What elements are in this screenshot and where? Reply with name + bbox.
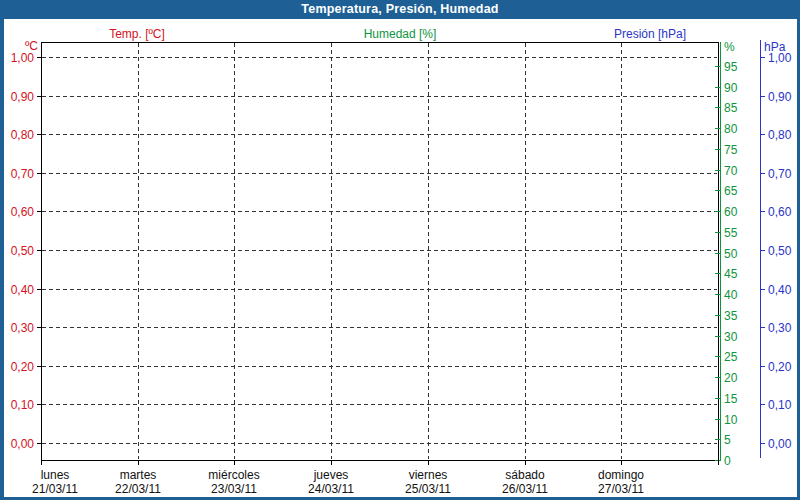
humidity-axis-tick-label: 50 [724,247,738,261]
x-axis-day-date: 21/03/11 [32,482,78,496]
humidity-axis-tick-label: 15 [724,392,738,406]
x-axis-day-name: viernes [409,468,448,482]
humidity-axis-tick-label: 25 [724,350,738,364]
pressure-axis-tick-label: 0,20 [768,360,792,374]
temp-axis-tick-label: 0,70 [11,167,35,181]
humidity-axis-tick-label: 80 [724,122,738,136]
humidity-axis-tick-label: 55 [724,226,738,240]
x-axis-day-date: 23/03/11 [211,482,257,496]
pressure-axis-tick-label: 0,00 [768,437,792,451]
x-axis-day-name: miércoles [208,468,259,482]
humidity-axis-tick-label: 75 [724,143,738,157]
x-axis-day-date: 26/03/11 [502,482,548,496]
humidity-axis-tick-label: 95 [724,60,738,74]
temp-axis-tick-label: 0,10 [11,398,35,412]
humidity-axis-tick-label: 20 [724,371,738,385]
x-axis-day-name: lunes [41,468,70,482]
x-axis-day-date: 24/03/11 [308,482,354,496]
chart-plot: 1,001,000,900,900,800,800,700,700,600,60… [0,0,800,500]
app-window: Temperatura, Presión, Humedad Temp. [ºC]… [0,0,800,500]
temp-axis-tick-label: 0,80 [11,128,35,142]
humidity-axis-tick-label: 40 [724,288,738,302]
humidity-axis-tick-label: 70 [724,164,738,178]
humidity-axis-tick-label: 65 [724,184,738,198]
pressure-axis-unit-label: hPa [764,40,786,54]
x-axis-day-date: 27/03/11 [598,482,644,496]
humidity-axis-tick-label: 85 [724,101,738,115]
humidity-axis-tick-label: 30 [724,330,738,344]
plot-area [42,43,719,461]
pressure-axis-tick-label: 0,90 [768,90,792,104]
humidity-axis-tick-label: 35 [724,309,738,323]
humidity-axis-unit-label: % [724,40,735,54]
temp-axis-unit-label: ºC [25,39,38,53]
humidity-axis-tick-label: 5 [724,433,731,447]
x-axis-day-name: sábado [505,468,545,482]
pressure-axis-tick-label: 0,40 [768,283,792,297]
pressure-axis-tick-label: 0,10 [768,398,792,412]
pressure-axis-tick-label: 0,30 [768,321,792,335]
pressure-axis-tick-label: 0,60 [768,205,792,219]
pressure-axis-tick-label: 0,70 [768,167,792,181]
x-axis-day-date: 25/03/11 [405,482,451,496]
temp-axis-tick-label: 0,30 [11,321,35,335]
temp-axis-tick-label: 0,90 [11,90,35,104]
temp-axis-tick-label: 0,00 [11,437,35,451]
x-axis-day-name: martes [120,468,157,482]
x-axis-day-name: jueves [313,468,349,482]
humidity-axis-tick-label: 60 [724,205,738,219]
x-axis-day-date: 22/03/11 [115,482,161,496]
pressure-axis-tick-label: 0,50 [768,244,792,258]
temp-axis-tick-label: 0,60 [11,205,35,219]
temp-axis-tick-label: 0,40 [11,283,35,297]
pressure-axis-tick-label: 0,80 [768,128,792,142]
humidity-axis-tick-label: 10 [724,413,738,427]
temp-axis-tick-label: 0,20 [11,360,35,374]
humidity-axis-tick-label: 0 [724,454,731,468]
humidity-axis-tick-label: 90 [724,81,738,95]
humidity-axis-tick-label: 45 [724,267,738,281]
x-axis-day-name: domingo [598,468,644,482]
temp-axis-tick-label: 0,50 [11,244,35,258]
